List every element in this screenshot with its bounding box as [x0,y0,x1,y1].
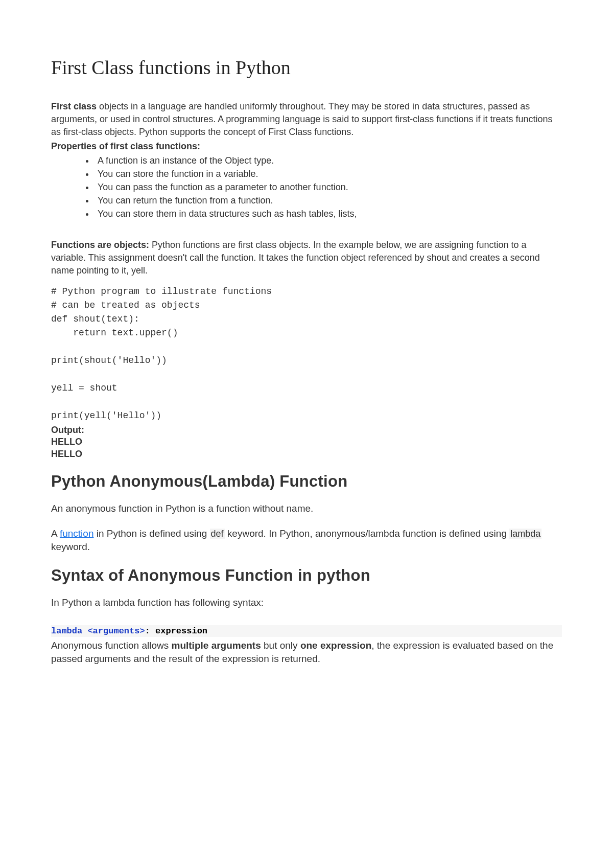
syntax-arguments: <arguments> [82,626,145,636]
after-syntax-bold1: multiple arguments [172,640,261,651]
lambda-heading: Python Anonymous(Lambda) Function [51,472,562,491]
list-item: A function is an instance of the Object … [95,154,562,167]
after-syntax-paragraph: Anonymous function allows multiple argum… [51,639,562,666]
lambda-para-prefix: A [51,528,60,539]
properties-heading: Properties of first class functions: [51,141,562,152]
lambda-para-mid: in Python is defined using [93,528,209,539]
lambda-definition-paragraph: A function in Python is defined using de… [51,527,562,554]
list-item: You can store the function in a variable… [95,167,562,180]
lambda-para-end: keyword. [51,541,90,552]
lambda-para-mid2: keyword. In Python, anonymous/lambda fun… [225,528,510,539]
function-link[interactable]: function [60,528,94,539]
output-label: Output: [51,425,562,436]
list-item: You can return the function from a funct… [95,194,562,207]
functions-objects-bold: Functions are objects: [51,240,149,250]
after-syntax-prefix: Anonymous function allows [51,640,172,651]
def-keyword: def [210,529,225,539]
after-syntax-bold2: one expression [300,640,371,651]
syntax-intro-paragraph: In Python a lambda function has followin… [51,596,562,610]
output-line: HELLO [51,436,562,448]
lambda-intro-paragraph: An anonymous function in Python is a fun… [51,502,562,516]
syntax-code-line: lambda <arguments>: expression [51,625,562,637]
syntax-lambda-keyword: lambda [51,626,82,636]
intro-bold-lead: First class [51,101,97,111]
intro-text: objects in a language are handled unifor… [51,101,552,137]
code-block-1: # Python program to illustrate functions… [51,285,562,423]
output-line: HELLO [51,448,562,460]
syntax-rest: : expression [145,626,207,636]
properties-list: A function is an instance of the Object … [51,154,562,220]
page-title: First Class functions in Python [51,56,562,79]
list-item: You can pass the function as a parameter… [95,180,562,194]
functions-objects-paragraph: Functions are objects: Python functions … [51,239,562,278]
lambda-keyword: lambda [509,529,541,539]
list-item: You can store them in data structures su… [95,207,562,220]
after-syntax-mid: but only [261,640,300,651]
intro-paragraph: First class objects in a language are ha… [51,100,562,139]
syntax-heading: Syntax of Anonymous Function in python [51,566,562,585]
